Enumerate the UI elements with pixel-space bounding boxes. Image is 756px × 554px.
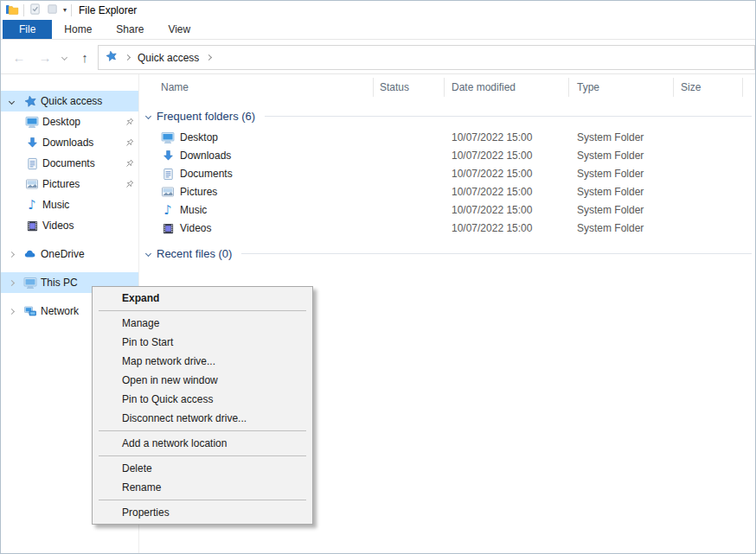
chevron-right-icon[interactable]	[9, 279, 15, 285]
sidebar-item-downloads[interactable]: Downloads	[1, 132, 138, 153]
menu-item-disconnect-network-drive[interactable]: Disconnect network drive...	[93, 409, 312, 428]
file-date-modified: 10/07/2022 15:00	[452, 204, 532, 216]
music-note-icon: ♪	[25, 198, 39, 212]
sidebar-item-quick-access[interactable]: Quick access	[1, 91, 138, 111]
menu-separator	[99, 455, 306, 456]
tab-view[interactable]: View	[156, 20, 202, 39]
sidebar-item-desktop[interactable]: Desktop	[1, 111, 138, 132]
file-date-modified: 10/07/2022 15:00	[452, 222, 532, 234]
column-headers: Name Status Date modified Type Size	[139, 74, 756, 100]
back-arrow-icon[interactable]: ←	[10, 40, 29, 74]
chevron-right-icon[interactable]	[9, 251, 15, 257]
column-header-type[interactable]: Type	[577, 81, 599, 93]
network-computers-icon	[23, 304, 37, 318]
ribbon-tab-bar: File Home Share View	[1, 20, 755, 40]
sidebar-item-music[interactable]: ♪ Music	[1, 194, 138, 215]
chevron-down-icon[interactable]	[9, 98, 15, 104]
pin-icon	[124, 158, 135, 169]
properties-quick-access-icon[interactable]	[29, 3, 42, 18]
tab-file[interactable]: File	[3, 20, 52, 39]
document-page-icon	[25, 156, 39, 170]
window-title: File Explorer	[79, 4, 137, 16]
file-name: Videos	[180, 222, 211, 234]
file-type: System Folder	[577, 150, 644, 162]
group-header-label: Recent files (0)	[157, 247, 232, 260]
menu-item-open-in-new-window[interactable]: Open in new window	[93, 371, 312, 390]
desktop-monitor-icon	[25, 115, 39, 129]
download-arrow-icon	[161, 149, 175, 162]
breadcrumb[interactable]: Quick access	[98, 45, 755, 70]
sidebar-item-documents[interactable]: Documents	[1, 153, 138, 174]
breadcrumb-location[interactable]: Quick access	[138, 52, 199, 64]
menu-item-pin-to-start[interactable]: Pin to Start	[93, 333, 312, 352]
file-date-modified: 10/07/2022 15:00	[452, 131, 532, 143]
sidebar-item-label: Downloads	[42, 137, 93, 149]
new-folder-quick-access-icon[interactable]	[46, 3, 59, 18]
file-explorer-window: ▾ File Explorer File Home Share View ← →…	[0, 0, 756, 554]
picture-frame-icon	[161, 185, 175, 199]
file-row-videos[interactable]: Videos 10/07/2022 15:00 System Folder	[139, 220, 756, 238]
column-header-status[interactable]: Status	[380, 81, 409, 93]
file-name: Music	[180, 204, 207, 216]
column-header-size[interactable]: Size	[681, 81, 701, 93]
film-frame-icon	[25, 219, 39, 232]
recent-locations-dropdown-icon[interactable]	[58, 40, 70, 74]
menu-item-manage[interactable]: Manage	[93, 314, 312, 333]
file-date-modified: 10/07/2022 15:00	[452, 150, 532, 162]
menu-item-pin-to-quick-access[interactable]: Pin to Quick access	[93, 390, 312, 409]
column-divider[interactable]	[568, 78, 569, 97]
file-row-desktop[interactable]: Desktop 10/07/2022 15:00 System Folder	[139, 129, 756, 147]
up-one-level-icon[interactable]: ↑	[75, 40, 94, 74]
menu-item-add-a-network-location[interactable]: Add a network location	[93, 434, 312, 453]
menu-item-expand[interactable]: Expand	[93, 289, 312, 308]
chevron-down-icon	[145, 250, 151, 256]
file-name: Desktop	[180, 131, 218, 143]
tab-share[interactable]: Share	[104, 20, 156, 39]
sidebar-item-label: Network	[41, 305, 79, 317]
sidebar-item-onedrive[interactable]: OneDrive	[1, 244, 138, 264]
file-row-pictures[interactable]: Pictures 10/07/2022 15:00 System Folder	[139, 183, 756, 201]
column-divider[interactable]	[742, 78, 743, 97]
column-divider[interactable]	[373, 78, 374, 97]
onedrive-cloud-icon	[23, 247, 37, 261]
sidebar-item-label: Documents	[42, 157, 95, 169]
customize-quick-access-toolbar-icon[interactable]: ▾	[63, 7, 67, 14]
sidebar-item-label: Videos	[42, 220, 74, 232]
file-name: Documents	[180, 168, 233, 180]
column-divider[interactable]	[444, 78, 445, 97]
pin-icon	[124, 117, 135, 128]
chevron-down-icon	[145, 112, 151, 118]
menu-item-map-network-drive[interactable]: Map network drive...	[93, 352, 312, 371]
group-header-line	[241, 253, 752, 254]
column-header-name[interactable]: Name	[161, 81, 189, 93]
file-row-documents[interactable]: Documents 10/07/2022 15:00 System Folder	[139, 165, 756, 183]
file-type: System Folder	[577, 186, 644, 198]
group-header-frequent-folders[interactable]: Frequent folders (6)	[139, 107, 756, 124]
column-header-date-modified[interactable]: Date modified	[452, 81, 516, 93]
breadcrumb-chevron-icon[interactable]	[206, 54, 212, 60]
sidebar-item-pictures[interactable]: Pictures	[1, 174, 138, 194]
menu-item-rename[interactable]: Rename	[93, 478, 312, 497]
menu-separator	[99, 310, 306, 311]
file-type: System Folder	[577, 222, 644, 234]
quick-access-star-icon	[23, 94, 37, 108]
file-row-music[interactable]: ♪ Music 10/07/2022 15:00 System Folder	[139, 201, 756, 220]
sidebar-item-label: Pictures	[42, 178, 80, 190]
chevron-right-icon[interactable]	[9, 308, 15, 314]
desktop-monitor-icon	[161, 131, 175, 144]
sidebar-item-label: Music	[42, 199, 69, 211]
film-frame-icon	[161, 221, 175, 235]
file-type: System Folder	[577, 131, 644, 143]
frequent-folders-list: Desktop 10/07/2022 15:00 System Folder D…	[139, 129, 756, 238]
sidebar-item-videos[interactable]: Videos	[1, 215, 138, 236]
breadcrumb-chevron-icon[interactable]	[125, 54, 131, 60]
file-type: System Folder	[577, 168, 644, 180]
column-divider[interactable]	[673, 78, 674, 97]
picture-frame-icon	[25, 177, 39, 191]
menu-item-delete[interactable]: Delete	[93, 459, 312, 478]
file-row-downloads[interactable]: Downloads 10/07/2022 15:00 System Folder	[139, 147, 756, 165]
menu-item-properties[interactable]: Properties	[93, 503, 312, 522]
forward-arrow-icon[interactable]: →	[35, 40, 54, 74]
tab-home[interactable]: Home	[52, 20, 104, 39]
group-header-recent-files[interactable]: Recent files (0)	[139, 245, 756, 262]
